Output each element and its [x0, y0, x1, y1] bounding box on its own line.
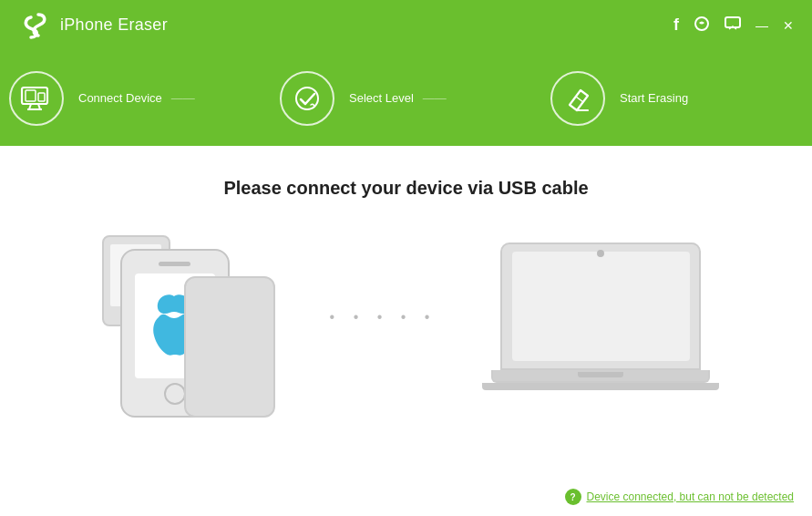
minimize-button[interactable]: —: [755, 18, 768, 33]
laptop-screen-inner: [512, 252, 690, 361]
connection-dots: • • • • •: [330, 309, 437, 325]
devices-area: • • • • •: [0, 235, 812, 418]
steps-bar: Connect Device —— Select Level ——: [0, 50, 812, 146]
status-text[interactable]: Device connected, but can not be detecte…: [587, 490, 795, 503]
laptop-group: [491, 243, 710, 411]
eraser-icon: [562, 83, 593, 114]
laptop-base: [491, 370, 710, 383]
step-select-circle: [280, 71, 334, 126]
step-select-icon-container: [271, 50, 344, 146]
main-title: Please connect your device via USB cable: [223, 178, 588, 199]
laptop-camera: [597, 250, 604, 257]
title-bar-controls: f — ✕: [673, 15, 794, 36]
status-question-icon: ?: [565, 489, 581, 505]
phone-home-button: [164, 383, 186, 405]
step-erase[interactable]: Start Erasing: [541, 50, 812, 146]
step-connect-icon-container: [0, 50, 73, 146]
check-icon: [292, 83, 323, 114]
iphone-group: [102, 235, 275, 418]
step-select[interactable]: Select Level ——: [271, 50, 541, 146]
svg-rect-6: [26, 90, 36, 101]
step-connect-circle: [9, 71, 64, 126]
step-erase-text: Start Erasing: [614, 91, 812, 105]
svg-rect-7: [38, 93, 45, 101]
step-connect[interactable]: Connect Device ——: [0, 50, 271, 146]
status-bar: ? Device connected, but can not be detec…: [565, 489, 795, 505]
step-erase-label: Start Erasing: [620, 91, 688, 105]
close-button[interactable]: ✕: [783, 18, 794, 33]
laptop-foot: [482, 383, 719, 390]
chat-icon[interactable]: [694, 15, 710, 36]
app-logo-icon: [18, 9, 51, 42]
step-connect-text: Connect Device ——: [73, 91, 271, 105]
phone-speaker: [159, 262, 190, 266]
svg-line-10: [576, 97, 583, 102]
step-erase-circle: [550, 71, 605, 126]
message-icon[interactable]: [725, 16, 741, 35]
step-erase-icon-container: [541, 50, 614, 146]
facebook-icon[interactable]: f: [673, 15, 679, 35]
title-bar: iPhone Eraser f — ✕: [0, 0, 812, 50]
step-connect-label: Connect Device: [78, 91, 162, 105]
phone-back: [184, 276, 275, 418]
main-content: Please connect your device via USB cable: [0, 146, 812, 516]
laptop-screen-body: [500, 243, 701, 370]
app-title: iPhone Eraser: [60, 15, 168, 35]
step-select-text: Select Level ——: [344, 91, 541, 105]
step-select-label: Select Level: [349, 91, 414, 105]
monitor-icon: [20, 86, 53, 111]
logo-area: iPhone Eraser: [18, 9, 168, 42]
